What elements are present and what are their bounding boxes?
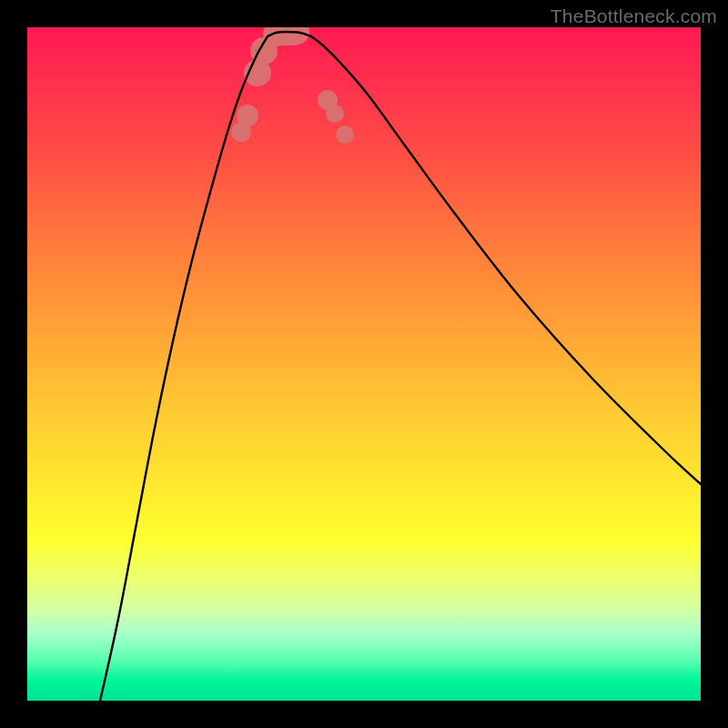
left-dot-2 (237, 105, 258, 126)
bottom-connector (276, 27, 297, 46)
curve-layer (100, 32, 701, 701)
series-right-curve (311, 36, 701, 484)
plot-area (27, 27, 701, 701)
chart-svg (27, 27, 701, 701)
chart-frame: TheBottleneck.com (0, 0, 728, 728)
marker-layer (231, 27, 354, 144)
right-dot-3 (336, 126, 354, 144)
watermark-label: TheBottleneck.com (551, 5, 717, 27)
right-dot-2 (326, 105, 344, 123)
